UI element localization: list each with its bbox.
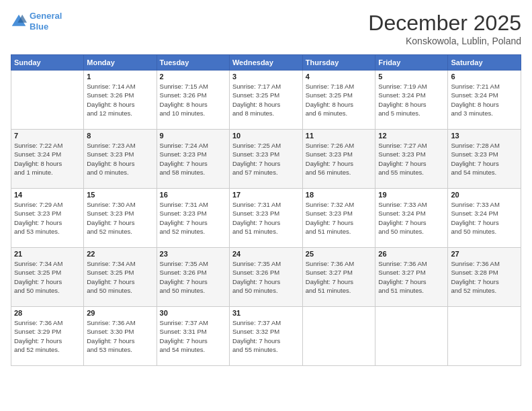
table-row: 5Sunrise: 7:19 AMSunset: 3:24 PMDaylight… [375, 71, 448, 130]
table-row: 20Sunrise: 7:33 AMSunset: 3:24 PMDayligh… [448, 189, 521, 248]
day-info: Sunrise: 7:31 AMSunset: 3:23 PMDaylight:… [232, 200, 300, 236]
table-row: 22Sunrise: 7:34 AMSunset: 3:25 PMDayligh… [84, 248, 157, 307]
table-row [448, 307, 521, 366]
table-row: 11Sunrise: 7:26 AMSunset: 3:23 PMDayligh… [302, 130, 375, 189]
table-row: 16Sunrise: 7:31 AMSunset: 3:23 PMDayligh… [157, 189, 229, 248]
day-number: 30 [160, 309, 226, 317]
day-info: Sunrise: 7:37 AMSunset: 3:32 PMDaylight:… [232, 318, 300, 354]
table-row: 19Sunrise: 7:33 AMSunset: 3:24 PMDayligh… [375, 189, 448, 248]
day-number: 5 [378, 73, 445, 81]
day-info: Sunrise: 7:36 AMSunset: 3:30 PMDaylight:… [87, 318, 153, 354]
table-row: 10Sunrise: 7:25 AMSunset: 3:23 PMDayligh… [229, 130, 302, 189]
table-row: 15Sunrise: 7:30 AMSunset: 3:23 PMDayligh… [84, 189, 157, 248]
table-row: 26Sunrise: 7:36 AMSunset: 3:27 PMDayligh… [375, 248, 448, 307]
day-number: 8 [87, 132, 153, 140]
table-row: 31Sunrise: 7:37 AMSunset: 3:32 PMDayligh… [229, 307, 302, 366]
table-row: 1Sunrise: 7:14 AMSunset: 3:26 PMDaylight… [84, 71, 157, 130]
table-row: 12Sunrise: 7:27 AMSunset: 3:23 PMDayligh… [375, 130, 448, 189]
calendar-week-row: 1Sunrise: 7:14 AMSunset: 3:26 PMDaylight… [11, 71, 521, 130]
logo: General Blue [11, 11, 62, 32]
day-number: 18 [306, 191, 373, 199]
table-row: 13Sunrise: 7:28 AMSunset: 3:23 PMDayligh… [448, 130, 521, 189]
table-row: 18Sunrise: 7:32 AMSunset: 3:23 PMDayligh… [302, 189, 375, 248]
day-info: Sunrise: 7:37 AMSunset: 3:31 PMDaylight:… [160, 318, 226, 354]
header: General Blue December 2025 Konskowola, L… [11, 11, 521, 46]
table-row: 25Sunrise: 7:36 AMSunset: 3:27 PMDayligh… [302, 248, 375, 307]
table-row: 9Sunrise: 7:24 AMSunset: 3:23 PMDaylight… [157, 130, 229, 189]
day-info: Sunrise: 7:22 AMSunset: 3:24 PMDaylight:… [14, 141, 81, 177]
logo-line2: Blue [30, 21, 48, 32]
day-number: 1 [87, 73, 153, 81]
day-info: Sunrise: 7:36 AMSunset: 3:27 PMDaylight:… [378, 259, 445, 295]
day-number: 22 [87, 250, 153, 258]
day-info: Sunrise: 7:24 AMSunset: 3:23 PMDaylight:… [160, 141, 226, 177]
col-wednesday: Wednesday [229, 55, 302, 71]
day-info: Sunrise: 7:33 AMSunset: 3:24 PMDaylight:… [378, 200, 445, 236]
day-info: Sunrise: 7:36 AMSunset: 3:28 PMDaylight:… [451, 259, 518, 295]
col-thursday: Thursday [302, 55, 375, 71]
day-number: 6 [451, 73, 518, 81]
day-info: Sunrise: 7:36 AMSunset: 3:27 PMDaylight:… [306, 259, 373, 295]
table-row: 4Sunrise: 7:18 AMSunset: 3:25 PMDaylight… [302, 71, 375, 130]
calendar-week-row: 28Sunrise: 7:36 AMSunset: 3:29 PMDayligh… [11, 307, 521, 366]
logo-line1: General [30, 11, 62, 21]
day-info: Sunrise: 7:30 AMSunset: 3:23 PMDaylight:… [87, 200, 153, 236]
day-info: Sunrise: 7:19 AMSunset: 3:24 PMDaylight:… [378, 82, 445, 118]
table-row: 14Sunrise: 7:29 AMSunset: 3:23 PMDayligh… [11, 189, 84, 248]
day-info: Sunrise: 7:36 AMSunset: 3:29 PMDaylight:… [14, 318, 81, 354]
day-number: 12 [378, 132, 445, 140]
calendar-header-row: Sunday Monday Tuesday Wednesday Thursday… [11, 55, 521, 71]
table-row [302, 307, 375, 366]
subtitle: Konskowola, Lublin, Poland [368, 36, 521, 46]
day-number: 11 [306, 132, 373, 140]
day-info: Sunrise: 7:34 AMSunset: 3:25 PMDaylight:… [87, 259, 153, 295]
page: General Blue December 2025 Konskowola, L… [0, 0, 532, 411]
col-monday: Monday [84, 55, 157, 71]
day-info: Sunrise: 7:26 AMSunset: 3:23 PMDaylight:… [306, 141, 373, 177]
day-number: 25 [306, 250, 373, 258]
day-number: 24 [232, 250, 300, 258]
title-block: December 2025 Konskowola, Lublin, Poland [368, 11, 521, 46]
table-row: 30Sunrise: 7:37 AMSunset: 3:31 PMDayligh… [157, 307, 229, 366]
day-number: 3 [232, 73, 300, 81]
table-row: 3Sunrise: 7:17 AMSunset: 3:25 PMDaylight… [229, 71, 302, 130]
day-info: Sunrise: 7:15 AMSunset: 3:26 PMDaylight:… [160, 82, 226, 118]
day-info: Sunrise: 7:33 AMSunset: 3:24 PMDaylight:… [451, 200, 518, 236]
month-title: December 2025 [368, 11, 521, 36]
day-info: Sunrise: 7:25 AMSunset: 3:23 PMDaylight:… [232, 141, 300, 177]
calendar-week-row: 7Sunrise: 7:22 AMSunset: 3:24 PMDaylight… [11, 130, 521, 189]
day-info: Sunrise: 7:23 AMSunset: 3:23 PMDaylight:… [87, 141, 153, 177]
day-number: 31 [232, 309, 300, 317]
day-number: 9 [160, 132, 226, 140]
table-row: 21Sunrise: 7:34 AMSunset: 3:25 PMDayligh… [11, 248, 84, 307]
day-info: Sunrise: 7:32 AMSunset: 3:23 PMDaylight:… [306, 200, 373, 236]
day-info: Sunrise: 7:14 AMSunset: 3:26 PMDaylight:… [87, 82, 153, 118]
table-row [375, 307, 448, 366]
table-row: 17Sunrise: 7:31 AMSunset: 3:23 PMDayligh… [229, 189, 302, 248]
calendar-week-row: 14Sunrise: 7:29 AMSunset: 3:23 PMDayligh… [11, 189, 521, 248]
day-number: 14 [14, 191, 81, 199]
day-number: 21 [14, 250, 81, 258]
day-info: Sunrise: 7:34 AMSunset: 3:25 PMDaylight:… [14, 259, 81, 295]
day-number: 26 [378, 250, 445, 258]
table-row: 7Sunrise: 7:22 AMSunset: 3:24 PMDaylight… [11, 130, 84, 189]
col-friday: Friday [375, 55, 448, 71]
table-row: 29Sunrise: 7:36 AMSunset: 3:30 PMDayligh… [84, 307, 157, 366]
table-row: 28Sunrise: 7:36 AMSunset: 3:29 PMDayligh… [11, 307, 84, 366]
day-number: 2 [160, 73, 226, 81]
col-sunday: Sunday [11, 55, 84, 71]
day-number: 15 [87, 191, 153, 199]
day-number: 27 [451, 250, 518, 258]
table-row: 8Sunrise: 7:23 AMSunset: 3:23 PMDaylight… [84, 130, 157, 189]
day-info: Sunrise: 7:35 AMSunset: 3:26 PMDaylight:… [232, 259, 300, 295]
calendar-table: Sunday Monday Tuesday Wednesday Thursday… [11, 54, 521, 366]
day-number: 20 [451, 191, 518, 199]
day-info: Sunrise: 7:17 AMSunset: 3:25 PMDaylight:… [232, 82, 300, 118]
day-number: 28 [14, 309, 81, 317]
day-number: 23 [160, 250, 226, 258]
day-number: 10 [232, 132, 300, 140]
day-number: 17 [232, 191, 300, 199]
day-info: Sunrise: 7:27 AMSunset: 3:23 PMDaylight:… [378, 141, 445, 177]
table-row: 24Sunrise: 7:35 AMSunset: 3:26 PMDayligh… [229, 248, 302, 307]
day-info: Sunrise: 7:29 AMSunset: 3:23 PMDaylight:… [14, 200, 81, 236]
